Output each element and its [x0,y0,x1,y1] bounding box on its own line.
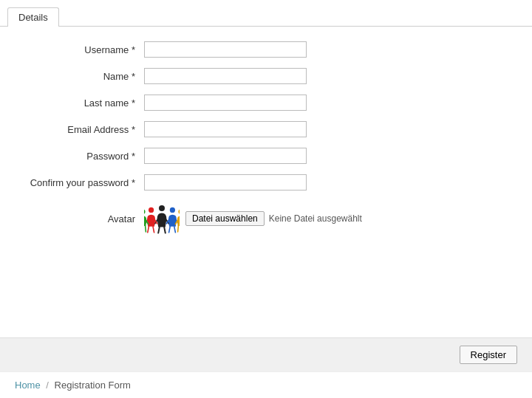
page-wrapper: Details Username * Name * Last name * Em… [0,0,532,398]
form-row-confirm-password: Confirm your password * [22,174,510,191]
input-name[interactable] [144,68,307,84]
svg-line-23 [178,226,179,232]
svg-line-14 [174,227,176,233]
form-row-email: Email Address * [22,121,510,137]
label-lastname: Last name * [22,97,144,109]
input-username[interactable] [144,41,307,58]
form-row-username: Username * [22,41,510,58]
tab-details[interactable]: Details [7,7,59,27]
breadcrumb: Home / Registration Form [0,371,532,398]
svg-line-4 [164,227,166,233]
label-confirm-password: Confirm your password * [22,177,144,188]
input-confirm-password[interactable] [144,174,307,191]
input-lastname[interactable] [144,95,307,111]
svg-line-3 [158,227,160,233]
svg-line-19 [146,226,146,232]
breadcrumb-home-link[interactable]: Home [15,380,41,391]
svg-point-0 [159,205,165,211]
avatar-icon [144,201,180,236]
no-file-label: Keine Datei ausgewählt [269,213,362,224]
svg-line-13 [169,227,171,233]
register-button[interactable]: Register [460,346,517,364]
label-email: Email Address * [22,124,144,135]
breadcrumb-separator: / [46,380,49,391]
label-username: Username * [22,44,144,55]
form-row-password: Password * [22,148,510,164]
label-name: Name * [22,71,144,82]
label-avatar: Avatar [22,213,144,224]
label-password: Password * [22,151,144,162]
input-email[interactable] [144,121,307,137]
breadcrumb-current: Registration Form [55,380,131,391]
svg-line-9 [153,227,154,233]
svg-point-20 [178,210,180,214]
tab-bar: Details [0,0,532,27]
form-area: Username * Name * Last name * Email Addr… [0,27,532,337]
svg-line-8 [148,227,149,233]
form-row-avatar: Avatar [22,201,510,236]
footer-bar: Register [0,337,532,371]
svg-point-15 [144,210,146,214]
input-password[interactable] [144,148,307,164]
svg-point-10 [170,207,175,213]
svg-point-5 [149,207,154,213]
form-row-lastname: Last name * [22,95,510,111]
form-row-name: Name * [22,68,510,84]
file-choose-button[interactable]: Datei auswählen [185,211,265,226]
